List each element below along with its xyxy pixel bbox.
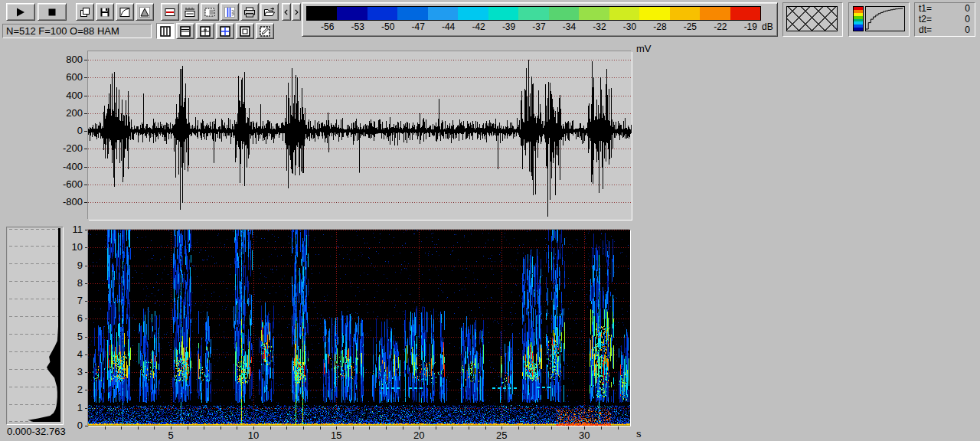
colorbar-tick-label: -22 <box>705 21 735 32</box>
save-button[interactable] <box>96 3 114 21</box>
toolbar-row-1 <box>6 3 301 21</box>
prev-button[interactable] <box>282 3 291 21</box>
layout-inset-button[interactable] <box>236 23 254 39</box>
layout-cross-icon <box>219 25 231 38</box>
wave-ytick-mark <box>84 149 87 149</box>
colorbar-segment <box>639 7 669 20</box>
layout-vertical-button[interactable] <box>156 23 175 39</box>
transfer-function-panel[interactable] <box>848 2 910 37</box>
layout-grid-button[interactable] <box>196 23 214 39</box>
freq-tick-mark <box>85 426 88 426</box>
time-readout-label: t1= <box>919 4 932 14</box>
colorbar-segment <box>518 7 548 20</box>
window-function-button[interactable] <box>136 3 154 21</box>
db-unit-label: dB <box>762 21 773 32</box>
colorbar-tick-label: -50 <box>373 21 403 32</box>
spectrum-markers-button[interactable] <box>220 3 239 21</box>
oscillogram-display-icon <box>164 6 176 18</box>
selection-shade-button[interactable] <box>201 3 219 21</box>
colorbar-tick-label: -53 <box>342 21 372 32</box>
time-tick-label: 10 <box>242 430 265 441</box>
selection-shade-icon <box>204 6 216 18</box>
next-button[interactable] <box>292 3 301 21</box>
colorbar-tick-label: -28 <box>645 21 675 32</box>
time-tick-mark <box>105 426 106 430</box>
ruler-button[interactable] <box>181 3 199 21</box>
colorbar-segment <box>670 7 700 20</box>
wave-ytick-label: 0 <box>46 125 83 136</box>
time-range-label: 0.000-32.763 <box>7 426 66 437</box>
oscillogram-display-button[interactable] <box>161 3 179 21</box>
open-button[interactable] <box>260 3 279 21</box>
stop-button[interactable] <box>38 3 67 21</box>
fft-status-box: N=512 F=100 O=88 HAM <box>2 24 152 38</box>
freq-tick-label: 11 <box>66 224 83 235</box>
colorbar-segment <box>488 7 518 20</box>
palette-gradient-icon <box>853 6 864 31</box>
colorbar-segment <box>549 7 579 20</box>
wave-ytick-mark <box>84 77 87 78</box>
edit-button[interactable] <box>256 23 274 39</box>
pattern-selector-panel[interactable] <box>782 2 843 37</box>
time-readout-value: 0 <box>965 15 970 24</box>
wave-ytick-mark <box>84 185 87 185</box>
oscillogram-display[interactable] <box>88 51 632 220</box>
time-tick-mark <box>551 426 552 430</box>
layout-cross-button[interactable] <box>216 23 234 39</box>
spectrum-markers-icon <box>224 6 236 18</box>
freq-tick-label: 6 <box>66 312 83 324</box>
colorbar-segment <box>609 7 639 20</box>
time-tick-mark <box>320 426 321 430</box>
time-readout-label: t2= <box>919 15 932 24</box>
play-icon <box>15 6 27 18</box>
transfer-curve-button[interactable] <box>116 3 134 21</box>
colorbar-segment <box>368 7 397 20</box>
spectrogram-app-window: N=512 F=100 O=88 HAM -56-53-50-47-44-42-… <box>0 0 980 441</box>
freq-tick-label: 10 <box>66 241 83 253</box>
time-tick-label: 25 <box>490 430 513 441</box>
next-icon <box>292 6 300 18</box>
layout-horizontal-button[interactable] <box>176 23 194 39</box>
freq-tick-label: 3 <box>66 366 83 377</box>
time-tick-label: 20 <box>407 430 430 441</box>
play-button[interactable] <box>6 3 35 21</box>
time-tick-mark <box>403 426 403 430</box>
layout-grid-icon <box>199 25 211 38</box>
freq-tick-label: 1 <box>66 402 83 413</box>
average-spectrum-panel <box>6 227 64 425</box>
time-tick-mark <box>121 426 122 430</box>
stop-icon <box>46 6 58 18</box>
colorbar-tick-label: -42 <box>463 21 493 32</box>
colorbar-segment <box>307 7 337 20</box>
wave-ytick-label: 600 <box>46 71 83 83</box>
time-tick-mark <box>220 426 221 430</box>
copy-icon <box>79 6 91 18</box>
colorbar-segment <box>397 7 427 20</box>
time-tick-label: 5 <box>159 430 182 441</box>
print-icon <box>243 6 256 18</box>
freq-tick-label: 9 <box>66 260 83 271</box>
time-readout-row: dt=0 <box>915 25 975 35</box>
freq-tick-label: 0 <box>66 420 83 431</box>
freq-tick-label: 7 <box>66 295 83 306</box>
time-readout-value: 0 <box>965 25 970 35</box>
colorbar-tick-label: -39 <box>494 21 524 32</box>
layout-vertical-icon <box>159 25 172 38</box>
wave-ytick-label: 800 <box>46 54 83 65</box>
time-tick-mark <box>270 426 271 430</box>
time-tick-mark <box>534 426 535 430</box>
copy-button[interactable] <box>76 3 94 21</box>
time-readout-row: t1=0 <box>915 4 975 14</box>
time-tick-mark <box>452 426 452 430</box>
time-tick-mark <box>485 426 486 430</box>
marker-time-readout: t1=0t2=0dt=0 <box>914 2 975 37</box>
colorbar-tick-label: -34 <box>554 21 584 32</box>
wave-ytick-mark <box>84 96 87 96</box>
spectrogram-display[interactable] <box>88 230 630 426</box>
window-function-icon <box>139 6 151 18</box>
print-button[interactable] <box>240 3 259 21</box>
colorbar-segment <box>579 7 609 20</box>
colorbar-segment <box>700 7 730 20</box>
toolbar-row-2 <box>156 23 276 39</box>
time-tick-mark <box>204 426 204 430</box>
